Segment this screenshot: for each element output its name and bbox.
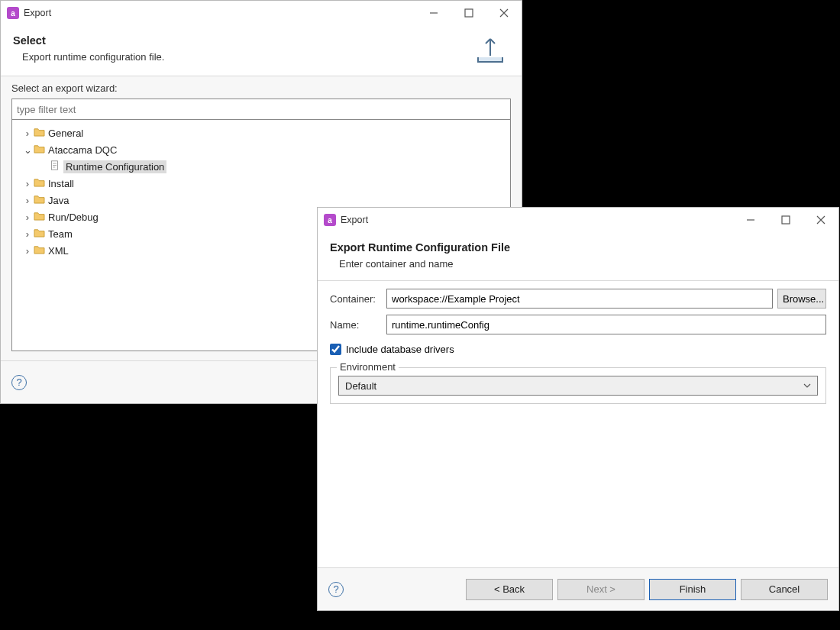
app-icon: a	[324, 214, 336, 226]
export-icon	[471, 34, 509, 65]
expand-icon[interactable]: ⌄	[21, 144, 34, 156]
svg-rect-0	[465, 9, 473, 17]
header: Select Export runtime configuration file…	[1, 25, 522, 76]
tree-label: Install	[48, 178, 74, 189]
filter-input[interactable]	[11, 99, 511, 120]
chevron-down-icon	[803, 380, 811, 392]
browse-button[interactable]: Browse...	[777, 289, 826, 309]
minimize-button[interactable]	[733, 208, 768, 232]
header-title: Select	[13, 34, 471, 47]
tree-folder[interactable]: ›General	[15, 124, 507, 141]
tree-label: Java	[48, 195, 69, 206]
select-label: Select an export wizard:	[11, 82, 511, 94]
expand-icon[interactable]: ›	[21, 128, 34, 139]
header: Export Runtime Configuration File Enter …	[318, 232, 838, 280]
folder-icon	[34, 177, 45, 189]
tree-folder[interactable]: ⌄Ataccama DQC	[15, 141, 507, 158]
header-desc: Enter container and name	[330, 258, 826, 270]
help-icon[interactable]: ?	[11, 375, 27, 390]
expand-icon[interactable]: ›	[21, 178, 34, 189]
header-desc: Export runtime configuration file.	[13, 51, 471, 63]
environment-value: Default	[345, 380, 376, 392]
tree-label: Run/Debug	[48, 212, 99, 223]
finish-button[interactable]: Finish	[649, 579, 736, 600]
help-icon[interactable]: ?	[328, 582, 344, 597]
footer: ? < Back Next > Finish Cancel	[318, 567, 838, 610]
window-title: Export	[341, 215, 368, 225]
tree-label: Runtime Configuration	[63, 160, 166, 173]
folder-icon	[34, 244, 45, 257]
app-icon: a	[7, 7, 19, 19]
back-button[interactable]: < Back	[466, 579, 553, 600]
close-button[interactable]	[803, 208, 838, 232]
export-runtime-config-window: a Export Export Runtime Configuration Fi…	[317, 207, 839, 611]
next-button: Next >	[557, 579, 645, 600]
expand-icon[interactable]: ›	[21, 212, 34, 223]
include-db-label: Include database drivers	[346, 344, 454, 355]
window-title: Export	[24, 8, 51, 18]
header-title: Export Runtime Configuration File	[330, 241, 826, 254]
expand-icon[interactable]: ›	[21, 195, 34, 206]
tree-label: Team	[48, 228, 73, 240]
folder-icon	[34, 127, 45, 139]
tree-leaf[interactable]: Runtime Configuration	[15, 158, 507, 175]
minimize-button[interactable]	[416, 1, 451, 25]
folder-icon	[34, 194, 45, 206]
container-label: Container:	[330, 293, 386, 305]
container-input[interactable]	[386, 289, 773, 309]
tree-folder[interactable]: ›Java	[15, 192, 507, 208]
expand-icon[interactable]: ›	[21, 228, 34, 240]
name-input[interactable]	[386, 315, 826, 334]
folder-icon	[34, 211, 45, 223]
close-button[interactable]	[486, 1, 522, 25]
svg-rect-2	[782, 216, 790, 224]
tree-label: Ataccama DQC	[48, 144, 117, 156]
tree-label: General	[48, 128, 83, 139]
environment-group: Environment Default	[330, 367, 826, 404]
name-label: Name:	[330, 319, 386, 331]
environment-legend: Environment	[337, 361, 399, 373]
folder-icon	[34, 144, 45, 156]
tree-label: XML	[48, 245, 69, 257]
tree-folder[interactable]: ›Install	[15, 175, 507, 192]
expand-icon[interactable]: ›	[21, 245, 34, 257]
body: Container: Browse... Name: Include datab…	[318, 281, 838, 567]
include-db-checkbox[interactable]	[330, 344, 341, 355]
environment-dropdown[interactable]: Default	[338, 376, 818, 396]
folder-icon	[34, 228, 45, 240]
cancel-button[interactable]: Cancel	[741, 579, 828, 600]
maximize-button[interactable]	[451, 1, 486, 25]
titlebar[interactable]: a Export	[1, 1, 522, 25]
titlebar[interactable]: a Export	[318, 208, 838, 232]
maximize-button[interactable]	[768, 208, 803, 232]
document-icon	[49, 160, 60, 173]
